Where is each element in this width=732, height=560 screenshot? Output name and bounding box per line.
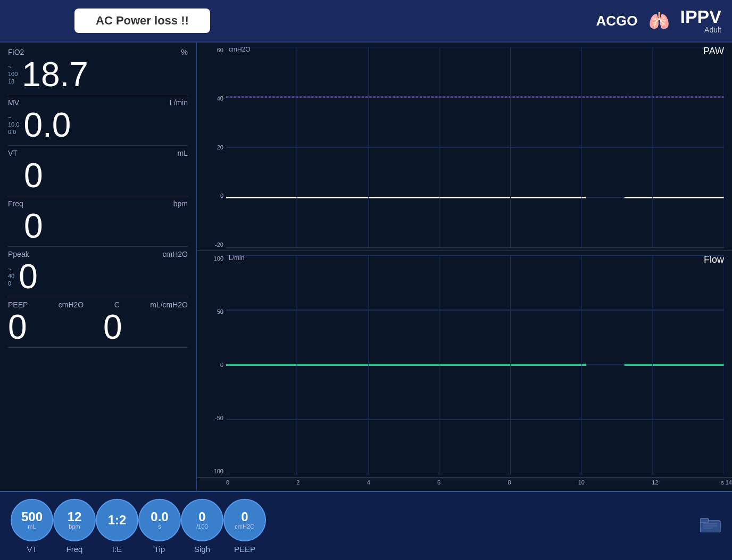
- vt-value: 0: [24, 158, 43, 193]
- control-vt[interactable]: 500 mL VT: [11, 499, 53, 554]
- x-4: 4: [367, 479, 370, 486]
- x-14: 14: [726, 479, 732, 486]
- paw-y-40: 40: [199, 95, 226, 102]
- folder-icon: [700, 516, 721, 532]
- x-axis: 0 2 4 6 8 10 12 14: [226, 478, 732, 486]
- control-sigh[interactable]: 0 /100 Sigh: [181, 499, 223, 554]
- tip-btn-label: Tip: [154, 545, 165, 554]
- control-ie[interactable]: 1:2 I:E: [96, 499, 138, 554]
- mv-unit: L/min: [170, 98, 188, 107]
- ppeak-high: 40: [8, 273, 14, 280]
- x-0: 0: [226, 479, 229, 486]
- paw-y-label: cmH2O: [229, 46, 251, 53]
- vt-circle-value: 500: [21, 511, 43, 523]
- dual-params: 0 0: [8, 310, 188, 344]
- paw-y-neg20: -20: [199, 241, 226, 248]
- x-8: 8: [508, 479, 511, 486]
- freq-btn-label: Freq: [66, 545, 83, 554]
- flow-y-0: 0: [199, 362, 226, 368]
- x-unit: s: [721, 479, 725, 486]
- ippv-section: IPPV Adult: [680, 7, 721, 34]
- mv-section: MV L/min ~ 10.0 0.0 0.0: [8, 98, 188, 146]
- mv-row: ~ 10.0 0.0 0.0: [8, 108, 188, 142]
- tip-circle-unit: s: [158, 523, 161, 530]
- main-area: FiO2 % ~ 100 18 18.7 MV L/min ~ 1: [0, 43, 732, 491]
- ie-circle[interactable]: 1:2: [96, 499, 138, 541]
- paw-y-20: 20: [199, 144, 226, 151]
- vt-label: VT: [8, 149, 18, 157]
- vt-row: 0: [8, 158, 188, 193]
- sigh-circle-unit: /100: [196, 523, 207, 530]
- mv-high: 10.0: [8, 121, 19, 128]
- x-6: 6: [437, 479, 440, 486]
- alert-text: AC Power loss !!: [96, 14, 189, 27]
- mv-low: 0.0: [8, 129, 19, 136]
- mv-label: MV: [8, 98, 19, 107]
- peep-c-header: PEEP cmH2O C mL/cmH2O: [8, 300, 188, 309]
- peep-btn-label: PEEP: [234, 545, 255, 554]
- settings-icon[interactable]: [700, 516, 721, 536]
- freq-circle-unit: bpm: [69, 523, 80, 530]
- x-axis-container: 0 2 4 6 8 10 12 14 s: [197, 478, 732, 491]
- flow-y-50: 50: [199, 308, 226, 315]
- ppeak-low: 0: [8, 280, 14, 287]
- ppeak-unit: cmH2O: [163, 250, 188, 258]
- fio2-row: ~ 100 18 18.7: [8, 57, 188, 91]
- ppeak-section: Ppeak cmH2O ~ 40 0 0: [8, 250, 188, 297]
- paw-chart-container: 60 40 20 0 -20 cmH2O PAW: [197, 43, 732, 251]
- fio2-low: 18: [8, 78, 18, 85]
- vt-unit: mL: [178, 149, 188, 157]
- paw-y-axis: 60 40 20 0 -20: [199, 43, 226, 250]
- ppeak-value: 0: [19, 260, 38, 294]
- vt-circle[interactable]: 500 mL: [11, 499, 53, 541]
- left-panel: FiO2 % ~ 100 18 18.7 MV L/min ~ 1: [0, 43, 197, 491]
- tip-circle[interactable]: 0.0 s: [138, 499, 181, 541]
- freq-row: 0: [8, 209, 188, 243]
- control-tip[interactable]: 0.0 s Tip: [138, 499, 181, 554]
- paw-chart-svg: [226, 47, 724, 248]
- x-10: 10: [578, 479, 585, 486]
- header-right: ACGO 🫁 IPPV Adult: [596, 7, 721, 34]
- charts-panel: 60 40 20 0 -20 cmH2O PAW: [197, 43, 732, 491]
- c-value-container: 0: [103, 310, 188, 344]
- ie-btn-label: I:E: [112, 545, 122, 554]
- c-value: 0: [103, 308, 122, 346]
- fio2-limits: ~ 100 18: [8, 64, 18, 85]
- ippv-label: IPPV: [680, 7, 721, 26]
- mode-label[interactable]: ACGO: [596, 13, 638, 29]
- paw-y-60: 60: [199, 47, 226, 53]
- svg-rect-30: [700, 519, 709, 522]
- flow-chart-container: 100 50 0 -50 -100 L/min Flow: [197, 251, 732, 478]
- sigh-btn-label: Sigh: [194, 545, 210, 554]
- peep-c-section: PEEP cmH2O C mL/cmH2O 0 0: [8, 300, 188, 348]
- ppeak-limit-icon: ~: [8, 266, 14, 273]
- flow-y-100: 100: [199, 255, 226, 262]
- control-peep[interactable]: 0 cmH2O PEEP: [223, 499, 266, 554]
- freq-label: Freq: [8, 199, 23, 208]
- mv-limit-icon: ~: [8, 114, 19, 121]
- header: AC Power loss !! ACGO 🫁 IPPV Adult: [0, 0, 732, 43]
- alert-box[interactable]: AC Power loss !!: [74, 9, 210, 33]
- ppeak-limits: ~ 40 0: [8, 266, 14, 287]
- freq-circle[interactable]: 12 bpm: [53, 499, 96, 541]
- x-12: 12: [652, 479, 658, 486]
- peep-circle[interactable]: 0 cmH2O: [223, 499, 266, 541]
- flow-y-axis: 100 50 0 -50 -100: [199, 251, 226, 477]
- bottom-bar: 500 mL VT 12 bpm Freq 1:2 I:E 0.0 s Tip …: [0, 491, 732, 560]
- paw-y-0: 0: [199, 193, 226, 199]
- freq-section: Freq bpm 0: [8, 199, 188, 247]
- mv-value: 0.0: [23, 108, 71, 142]
- c-unit: mL/cmH2O: [150, 300, 188, 309]
- freq-circle-value: 12: [68, 511, 82, 523]
- control-freq[interactable]: 12 bpm Freq: [53, 499, 96, 554]
- sigh-circle[interactable]: 0 /100: [181, 499, 223, 541]
- flow-y-neg50: -50: [199, 415, 226, 421]
- peep-unit: cmH2O: [59, 300, 84, 309]
- mv-limits: ~ 10.0 0.0: [8, 114, 19, 136]
- ie-circle-value: 1:2: [108, 514, 127, 526]
- vt-circle-unit: mL: [28, 523, 36, 530]
- peep-circle-value: 0: [241, 511, 248, 523]
- patient-type: Adult: [680, 26, 721, 34]
- vt-btn-label: VT: [27, 545, 37, 554]
- peep-value: 0: [8, 308, 27, 346]
